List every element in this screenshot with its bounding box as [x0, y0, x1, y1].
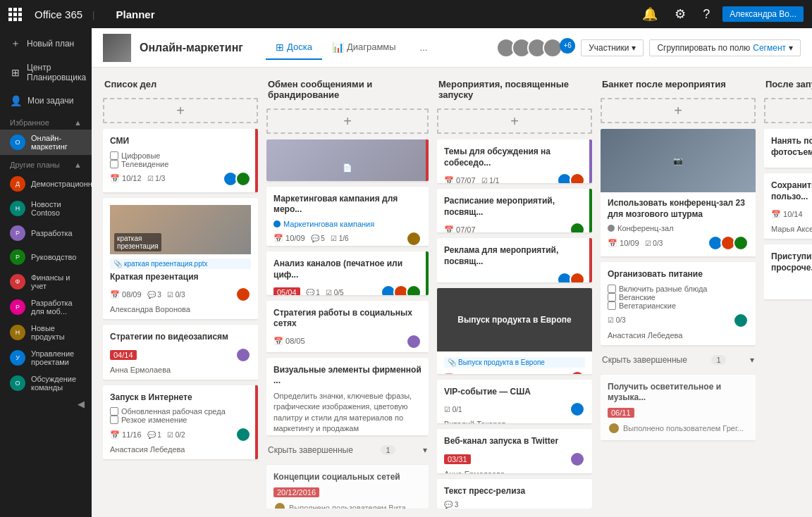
card[interactable]: Запуск в Интернете Обновленная рабочая с… [103, 385, 258, 460]
completed-card[interactable]: Получить осветительное и музыка... 06/11… [601, 375, 756, 440]
sidebar-item-news[interactable]: Н Новости Contoso [0, 196, 92, 221]
card-date-overdue: 06/11 [608, 408, 634, 418]
sidebar-item-mgmt[interactable]: Р Руководство [0, 245, 92, 269]
page-title: Онлайн-маркетинг [140, 42, 243, 54]
card[interactable]: Текст пресс-релиза 💬 3 [437, 479, 592, 509]
column-add-btn[interactable]: + [437, 108, 592, 134]
sidebar-item-demo[interactable]: Д Демонстрационна... [0, 172, 92, 196]
column-events: Мероприятия, посвященные запуску + Темы … [437, 76, 592, 509]
column-header: Банкет после мероприятия [601, 76, 756, 92]
card-checks: ☑ 1/6 [331, 235, 349, 242]
user-badge[interactable]: Александра Во... [722, 6, 804, 22]
card[interactable]: Выпуск продукта в Европе 📎Выпуск продукт… [437, 288, 592, 374]
tab-charts[interactable]: 📊 Диаграммы [322, 36, 406, 60]
column-add-btn[interactable]: + [103, 98, 258, 123]
card[interactable]: Сохранить список отзывов пользо... 📅 10/… [764, 173, 812, 239]
card[interactable]: краткаяпрезентация 📎краткая презентация.… [103, 198, 258, 320]
card-checks: ☑ 0/3 [167, 291, 185, 299]
card-title: Расписание мероприятий, посвящ... [444, 196, 585, 218]
sidebar-item-online-marketing[interactable]: О Онлайн-маркетинг [0, 130, 92, 155]
card-meta [444, 272, 585, 282]
column-add-btn[interactable]: + [266, 108, 429, 134]
completed-section-header[interactable]: Скрыть завершенные 1 ▾ [266, 441, 429, 459]
card-meta: ☑ 0/3 [608, 313, 749, 328]
card-avatar [406, 285, 422, 294]
sidebar-item-dev[interactable]: Р Разработка [0, 221, 92, 245]
completed-section-header[interactable]: Скрыть завершенные 1 ▾ [601, 351, 756, 369]
group-by-btn[interactable]: Сгруппировать по полю Сегмент ▾ [649, 39, 801, 56]
sidebar-item-hub[interactable]: ⊞ Центр Планировщика [0, 56, 92, 89]
card[interactable]: VIP-событие — США ☑ 0/1 Виталий Токарев [437, 380, 592, 424]
card[interactable]: Организовать питание Включить разные блю… [601, 262, 756, 345]
column-add-btn[interactable]: + [764, 98, 812, 123]
card-title: Краткая презентация [110, 272, 251, 283]
card-file-tag: 📎краткая презентация.pptx [110, 258, 251, 269]
card[interactable]: Нанять подрядчика для фотосъемки [764, 129, 812, 168]
sidebar-collapse-btn[interactable]: ◀ [0, 396, 92, 412]
card-checks: ☑ 0/3 [608, 316, 626, 324]
card[interactable]: Маркетинговая кампания для меро... Марке… [266, 187, 429, 247]
card-meta: 📅 07/07 ☑ 1/1 [444, 173, 585, 183]
column-header: Список дел [103, 76, 258, 92]
card[interactable]: Реклама для мероприятий, посвящ... [437, 238, 592, 282]
sidebar-item-new-products[interactable]: Н Новые продукты [0, 320, 92, 345]
sidebar-item-finance[interactable]: Ф Финансы и учет [0, 269, 92, 294]
card-date: 📅 07/07 [444, 176, 476, 184]
sidebar-item-mobile[interactable]: Р Разработка для моб... [0, 294, 92, 320]
header-more-btn[interactable]: ... [414, 39, 433, 56]
card[interactable]: Темы для обсуждения на собеседо... 📅 07/… [437, 139, 592, 183]
participant-count: +6 [560, 38, 575, 54]
card-avatar [235, 427, 251, 442]
tab-board[interactable]: ⊞ Доска [266, 36, 322, 60]
card-avatars [223, 171, 251, 187]
help-icon[interactable]: ? [697, 4, 715, 25]
participants-btn[interactable]: Участники ▾ [581, 39, 644, 56]
card[interactable]: 📄 [266, 139, 429, 181]
app-grid-icon[interactable] [8, 8, 22, 21]
card-meta: 📅 10/14 [771, 206, 812, 222]
card-avatar [570, 451, 585, 467]
card-title: VIP-событие — США [444, 387, 585, 398]
card-avatar [570, 370, 585, 374]
content-area: Онлайн-маркетинг ⊞ Доска 📊 Диаграммы ... [92, 28, 812, 517]
card[interactable]: Анализ каналов (печатное или циф... 05/0… [266, 251, 429, 294]
column-add-btn[interactable]: + [601, 98, 756, 123]
column-list: Список дел + СМИ Цифровые Телевидение 📅 … [103, 76, 258, 509]
card-avatars [570, 222, 585, 232]
sidebar-item-team[interactable]: О Обсуждение команды [0, 370, 92, 396]
card[interactable]: Стратегия работы в социальных сетях 📅 08… [266, 301, 429, 352]
top-navigation: Office 365 | Planner 🔔 ⚙ ? Александра Во… [0, 0, 812, 28]
sidebar-item-projects[interactable]: У Управление проектами [0, 345, 92, 370]
completed-card[interactable]: Концепции социальных сетей 20/12/2016 Вы… [266, 465, 429, 509]
card-color-bar [589, 139, 592, 183]
sidebar-item-my-tasks[interactable]: 👤 Мои задачи [0, 89, 92, 113]
card-tag: Маркетинговая кампания [273, 220, 422, 228]
card[interactable]: СМИ Цифровые Телевидение 📅 10/12 ☑ 1/3 [103, 129, 258, 192]
card-avatar [570, 272, 585, 282]
card[interactable]: Приступить к работе над просроче... [764, 244, 812, 299]
card-meta [771, 278, 812, 294]
card-person: Анна Ермолаева [110, 366, 251, 374]
card-person: Анна Ермолаева [444, 470, 585, 473]
sidebar-item-new-plan[interactable]: ＋ Новый план [0, 31, 92, 56]
card-avatar [235, 347, 251, 363]
card-image: Выпуск продукта в Европе [437, 288, 592, 351]
card-avatar [273, 502, 286, 509]
bell-icon[interactable]: 🔔 [636, 4, 663, 25]
card[interactable]: 📷 Использовать конференц-зал 23 для мозг… [601, 129, 756, 256]
card[interactable]: Веб-канал запуска в Twitter 03/31 Анна Е… [437, 429, 592, 473]
card-date: 📅 07/07 [444, 225, 476, 233]
card[interactable]: Расписание мероприятий, посвящ... 📅 07/0… [437, 189, 592, 232]
card[interactable]: Визуальные элементы фирменной ... Опреде… [266, 358, 429, 436]
plan-avatar: Д [10, 176, 25, 192]
card-avatar [570, 401, 585, 417]
card-avatar [733, 313, 749, 328]
column-header: Обмен сообщениями и брандирование [266, 76, 429, 103]
card-date: 📅 11/16 [110, 430, 142, 440]
gear-icon[interactable]: ⚙ [669, 4, 691, 25]
card[interactable]: Стратегии по видеозаписям 04/14 Анна Ерм… [103, 325, 258, 380]
chevron-up-icon: ▲ [74, 118, 82, 127]
card-title: Визуальные элементы фирменной ... [273, 365, 422, 387]
nav-icons: 🔔 ⚙ ? [636, 4, 715, 25]
card-avatars [381, 285, 422, 294]
